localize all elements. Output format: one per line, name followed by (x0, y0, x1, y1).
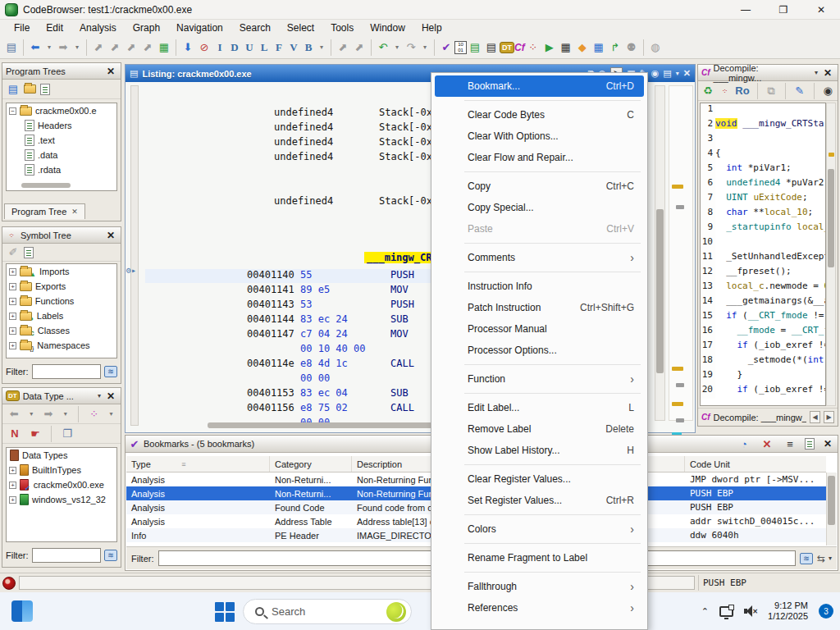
export-tree-icon[interactable] (40, 84, 50, 95)
network-display-icon[interactable] (719, 606, 733, 617)
menu-item-bookmark[interactable]: Bookmark...Ctrl+D (435, 75, 644, 97)
nav-out2-icon[interactable]: ⬈ (107, 39, 123, 56)
column-settings-icon[interactable]: ⇆ (817, 553, 824, 564)
column-code-unit[interactable]: Code Unit (685, 456, 826, 472)
save-icon[interactable]: ▤ (3, 39, 20, 56)
dec-copy-icon[interactable]: ⧉ (765, 83, 778, 99)
bookmark-caret-icon[interactable]: ▾ (316, 39, 327, 56)
menu-select[interactable]: Select (280, 21, 322, 35)
run-icon[interactable]: ▶ (541, 39, 558, 56)
menu-tools[interactable]: Tools (323, 21, 361, 35)
symbol-node-namespaces[interactable]: + {} Namespaces (7, 338, 116, 353)
expand-icon[interactable]: + (9, 482, 16, 489)
tray-chevron-icon[interactable]: ⌃ (701, 606, 709, 617)
filter-arrays-icon[interactable]: N (7, 426, 23, 442)
tree-node-data[interactable]: .data (7, 148, 116, 162)
menu-item-edit-label[interactable]: Edit Label...L (435, 397, 644, 418)
undo-icon[interactable]: ↶ (375, 39, 391, 56)
symbol-node-functions[interactable]: + f Functions (7, 294, 116, 308)
memory-map-icon[interactable]: ▦ (156, 39, 172, 56)
collapse-icon[interactable]: − (9, 107, 16, 115)
conflict-caret-icon[interactable]: ▾ (106, 406, 116, 422)
data-type-filter-input[interactable] (32, 548, 102, 563)
conflict-mode-icon[interactable]: ⁘ (86, 406, 102, 422)
decompiler-vscrollbar[interactable] (826, 103, 836, 406)
listing-overview-margin[interactable] (669, 85, 693, 421)
graph-view-icon[interactable]: ⁘ (719, 83, 732, 99)
tree-hscrollbar[interactable] (21, 183, 71, 188)
menu-item-copy-special[interactable]: Copy Special... (435, 197, 644, 218)
expand-icon[interactable]: + (9, 313, 16, 320)
instruction-button[interactable]: I (212, 39, 227, 56)
search-highlight-image[interactable] (386, 602, 406, 622)
menu-window[interactable]: Window (363, 21, 413, 35)
expand-icon[interactable]: + (9, 327, 16, 335)
menu-graph[interactable]: Graph (126, 21, 167, 35)
menu-item-remove-label[interactable]: Remove LabelDelete (435, 418, 644, 440)
decompiler-caret-icon[interactable]: ▾ (815, 69, 818, 76)
table-view-icon[interactable]: ▦ (591, 39, 607, 56)
menu-edit[interactable]: Edit (39, 21, 71, 35)
data-types-close-icon[interactable]: ✕ (104, 390, 117, 402)
filter-options-icon[interactable]: ≋ (104, 550, 117, 561)
dec-snapshot-icon[interactable]: ◉ (821, 83, 834, 99)
symbol-tree-close-icon[interactable]: ✕ (104, 230, 117, 241)
decompiler-vscroll-thumb[interactable] (828, 169, 834, 267)
dt-node-windows[interactable]: + windows_vs12_32 (7, 492, 116, 507)
back-icon[interactable]: ⬅ (27, 39, 43, 56)
expand-icon[interactable]: + (9, 496, 16, 504)
menu-analysis[interactable]: Analysis (72, 21, 124, 35)
expand-icon[interactable]: + (9, 268, 16, 276)
tree-node-headers[interactable]: Headers (7, 118, 116, 133)
select-rows-icon[interactable]: ≡ (782, 436, 798, 452)
menu-item-clear-register-values[interactable]: Clear Register Values... (435, 468, 644, 490)
tree-node-rdata[interactable]: .rdata (7, 162, 116, 177)
filter-options-icon[interactable]: ≋ (104, 366, 117, 377)
column-category[interactable]: Category (270, 456, 352, 472)
maximize-button[interactable]: ❐ (765, 0, 802, 20)
forward-caret-icon[interactable]: ▾ (71, 39, 83, 56)
nav-out4-icon[interactable]: ⬈ (139, 39, 156, 56)
re-decompile-icon[interactable]: ♻ (701, 83, 714, 99)
bookmarks-check-icon[interactable]: ✔ (438, 39, 454, 56)
close-button[interactable]: ✕ (802, 0, 840, 20)
menu-item-processor-options[interactable]: Processor Options... (435, 340, 644, 361)
symbol-node-classes[interactable]: + C Classes (7, 323, 116, 338)
menu-item-set-register-values[interactable]: Set Register Values...Ctrl+R (435, 490, 644, 511)
bytes-view-icon[interactable]: 1001 (454, 41, 467, 54)
menu-item-instruction-info[interactable]: Instruction Info (435, 276, 644, 297)
memory-chip-icon[interactable]: ▦ (558, 39, 574, 56)
listing-caret-icon[interactable]: ▾ (676, 70, 679, 77)
symbol-node-labels[interactable]: + ● Labels (7, 308, 116, 323)
script-manager-icon[interactable]: ▤ (467, 39, 483, 56)
dt-node-builtin[interactable]: + BuiltInTypes (7, 463, 116, 477)
listing-left-margin[interactable] (130, 85, 139, 426)
variable-button[interactable]: V (286, 39, 301, 56)
nav-out1-icon[interactable]: ⬈ (90, 39, 107, 56)
defined-data-icon[interactable]: ▤ (483, 39, 500, 56)
data-type-manager-icon[interactable]: DT (500, 42, 514, 53)
label-button[interactable]: L (257, 39, 272, 56)
preview-window-icon[interactable]: ❐ (59, 426, 75, 442)
decompiler-icon[interactable]: Cf (514, 42, 525, 53)
minimize-button[interactable]: — (727, 0, 765, 20)
listing-close-icon[interactable]: ✕ (683, 68, 691, 79)
delete-bookmark-icon[interactable]: ✕ (759, 436, 775, 452)
menu-item-clear-with-options[interactable]: Clear With Options... (435, 126, 644, 147)
menu-item-processor-manual[interactable]: Processor Manual (435, 318, 644, 340)
notification-badge[interactable]: 3 (819, 604, 833, 619)
listing-vscrollbar[interactable] (655, 85, 665, 421)
bookmark-letter-button[interactable]: B (301, 39, 316, 56)
filter-pointers-icon[interactable]: ☛ (27, 426, 43, 442)
bookmarks-vscrollbar[interactable] (826, 472, 837, 546)
expand-icon[interactable]: + (9, 342, 16, 349)
program-tree[interactable]: − crackme0x00.e Headers .text .data .rda… (6, 103, 117, 191)
search-box[interactable]: Search (243, 599, 412, 624)
expand-icon[interactable]: + (9, 467, 16, 474)
splitter-expand-icon[interactable]: ⚙▸ (126, 266, 138, 277)
program-tree-tab[interactable]: Program Tree ✕ (4, 203, 85, 219)
undefine-button[interactable]: U (242, 39, 257, 56)
expand-icon[interactable]: + (9, 283, 16, 290)
program-trees-close-icon[interactable]: ✕ (104, 66, 117, 77)
listing-book-icon[interactable]: ▤ (663, 68, 671, 79)
